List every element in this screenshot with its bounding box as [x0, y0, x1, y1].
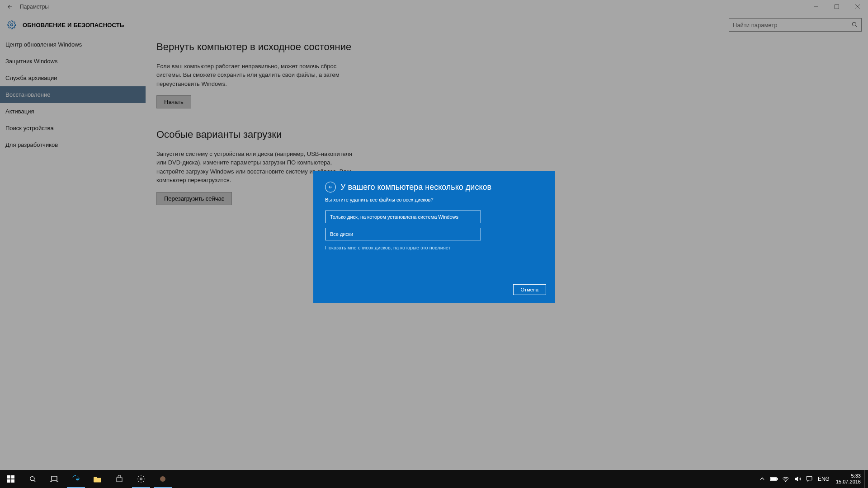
wifi-icon[interactable]: [780, 470, 792, 488]
svg-rect-20: [771, 478, 776, 480]
show-desktop-button[interactable]: [864, 470, 868, 488]
start-button[interactable]: [0, 470, 22, 488]
search-button[interactable]: [22, 470, 43, 488]
svg-point-21: [785, 481, 786, 482]
task-view-button[interactable]: [43, 470, 65, 488]
show-drives-link[interactable]: Показать мне список дисков, на которые э…: [325, 245, 543, 250]
settings-app-button[interactable]: [130, 470, 152, 488]
action-center-icon[interactable]: [803, 470, 815, 488]
dialog-question: Вы хотите удалить все файлы со всех диск…: [325, 197, 543, 202]
taskbar: ENG 5:33 15.07.2016: [0, 470, 868, 488]
svg-rect-13: [52, 476, 57, 480]
option-windows-drive-only[interactable]: Только диск, на котором установлена сист…: [325, 211, 481, 223]
svg-rect-8: [11, 475, 14, 479]
svg-rect-7: [7, 475, 10, 479]
edge-browser-button[interactable]: [65, 470, 87, 488]
svg-line-12: [34, 480, 35, 482]
svg-point-17: [160, 476, 165, 482]
svg-point-16: [140, 478, 142, 480]
clock-time: 5:33: [836, 473, 861, 479]
option-all-drives[interactable]: Все диски: [325, 228, 481, 240]
tray-overflow-icon[interactable]: [756, 470, 768, 488]
cancel-button[interactable]: Отмена: [513, 284, 546, 295]
svg-rect-9: [7, 479, 10, 483]
dialog-title: У вашего компьютера несколько дисков: [340, 183, 491, 192]
clock[interactable]: 5:33 15.07.2016: [832, 473, 864, 485]
store-button[interactable]: [108, 470, 130, 488]
dialog-back-button[interactable]: [325, 182, 336, 192]
volume-icon[interactable]: [792, 470, 803, 488]
clock-date: 15.07.2016: [836, 479, 861, 485]
svg-point-11: [30, 477, 34, 481]
app-button[interactable]: [152, 470, 174, 488]
reset-drives-dialog: У вашего компьютера несколько дисков Вы …: [313, 171, 555, 303]
svg-rect-19: [777, 478, 778, 480]
file-explorer-button[interactable]: [87, 470, 108, 488]
language-indicator[interactable]: ENG: [815, 476, 832, 482]
system-tray: ENG 5:33 15.07.2016: [756, 470, 868, 488]
battery-icon[interactable]: [768, 470, 780, 488]
svg-rect-10: [11, 479, 14, 483]
